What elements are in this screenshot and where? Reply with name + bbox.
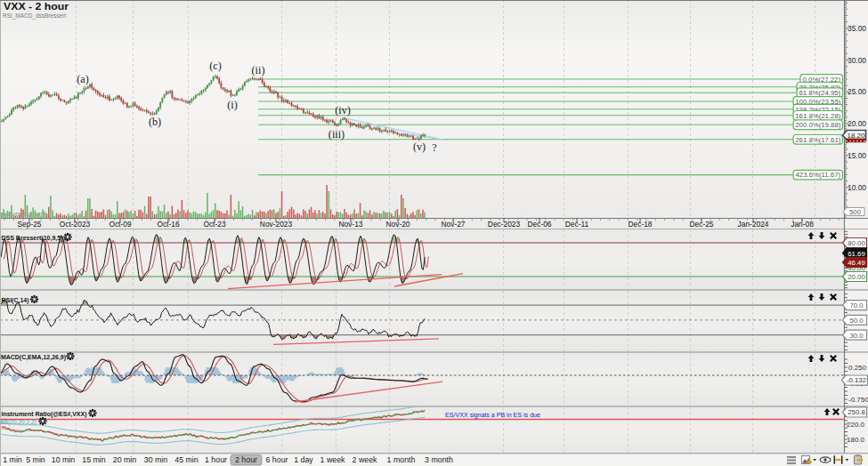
svg-text:(iii): (iii)	[329, 128, 345, 141]
svg-text:(c): (c)	[209, 60, 222, 72]
svg-text:RSI(C,14): RSI(C,14)	[2, 296, 30, 304]
svg-text:18.20: 18.20	[847, 132, 865, 140]
svg-text:RSI_MACD_dssBressert: RSI_MACD_dssBressert	[3, 12, 67, 20]
svg-text:6 hour: 6 hour	[266, 455, 288, 464]
svg-text:VXX - 2 hour: VXX - 2 hour	[4, 1, 69, 12]
svg-text:(b): (b)	[149, 116, 161, 128]
svg-text:motivewave.com: motivewave.com	[1, 210, 45, 218]
svg-text:-0.132: -0.132	[847, 376, 866, 384]
svg-text:MACD(C,EMA,12,26,9): MACD(C,EMA,12,26,9)	[1, 353, 67, 361]
svg-text:1 hour: 1 hour	[205, 455, 227, 464]
svg-text:Dec-2023: Dec-2023	[488, 220, 521, 229]
svg-text:70.0: 70.0	[849, 301, 864, 309]
svg-text:15 min: 15 min	[82, 455, 106, 464]
svg-text:-0.750: -0.750	[848, 396, 868, 404]
svg-text:DSS Bressert(10,9,5): DSS Bressert(10,9,5)	[2, 234, 64, 242]
svg-text:10.00: 10.00	[848, 183, 866, 192]
svg-text:0.250: 0.250	[848, 364, 867, 372]
svg-text:(v): (v)	[413, 141, 426, 153]
svg-text:250.8: 250.8	[848, 408, 865, 416]
svg-text:?: ?	[432, 141, 436, 154]
svg-text:Jan-2024: Jan-2024	[738, 220, 769, 229]
svg-text:220.0: 220.0	[847, 421, 865, 429]
svg-text:2 hour: 2 hour	[235, 455, 257, 464]
svg-text:30.0: 30.0	[849, 332, 864, 340]
svg-text:5 min: 5 min	[26, 455, 45, 464]
svg-text:Dec-18: Dec-18	[629, 220, 653, 229]
svg-text:ES/VXX signals a PB in ES is d: ES/VXX signals a PB in ES is due	[445, 411, 540, 419]
svg-text:(ii): (ii)	[252, 64, 265, 76]
svg-text:Dec-11: Dec-11	[565, 220, 589, 229]
svg-text:261.8%(17.61): 261.8%(17.61)	[795, 136, 841, 144]
svg-text:Jan-08: Jan-08	[791, 220, 814, 229]
svg-text:(i): (i)	[227, 99, 238, 111]
svg-text:20 min: 20 min	[113, 455, 137, 464]
svg-text:Nov-2023: Nov-2023	[260, 220, 293, 229]
svg-text:Nov-13: Nov-13	[339, 220, 363, 229]
svg-text:Dec-25: Dec-25	[690, 220, 714, 229]
svg-text:10 min: 10 min	[52, 455, 76, 464]
svg-text:Sep-25: Sep-25	[17, 220, 41, 229]
svg-text:Oct-2023: Oct-2023	[60, 220, 91, 229]
svg-text:20.00: 20.00	[848, 119, 866, 128]
svg-text:200.0%(19.88): 200.0%(19.88)	[795, 121, 841, 129]
svg-text:(a): (a)	[77, 73, 89, 85]
svg-text:423.6%(11.67): 423.6%(11.67)	[796, 171, 841, 179]
svg-text:Oct-23: Oct-23	[203, 220, 225, 229]
svg-text:(iv): (iv)	[335, 104, 351, 116]
svg-text:180.0: 180.0	[847, 436, 865, 444]
svg-text:Instrument Ratio(@ES#,VXX): Instrument Ratio(@ES#,VXX)	[2, 410, 88, 418]
svg-text:46.49: 46.49	[848, 259, 865, 267]
svg-text:Nov-20: Nov-20	[386, 220, 410, 229]
svg-text:Nov-27: Nov-27	[442, 220, 466, 229]
svg-text:30 min: 30 min	[144, 455, 168, 464]
svg-text:161.8%(21.28): 161.8%(21.28)	[795, 112, 841, 120]
svg-text:1 min: 1 min	[3, 455, 22, 464]
svg-text:1 month: 1 month	[387, 455, 416, 464]
svg-text:3 month: 3 month	[425, 455, 453, 464]
svg-text:Oct-09: Oct-09	[109, 220, 131, 229]
svg-text:25.00: 25.00	[848, 87, 866, 96]
svg-text:BB(20,20,2,2): BB(20,20,2,2)	[1, 419, 37, 426]
svg-text:80.00: 80.00	[848, 239, 865, 247]
svg-text:35.00: 35.00	[848, 24, 866, 33]
svg-text:Dec-06: Dec-06	[528, 220, 552, 229]
svg-text:2 week: 2 week	[353, 455, 377, 464]
svg-text:61.8%(24.95): 61.8%(24.95)	[799, 89, 840, 97]
svg-text:20.00: 20.00	[848, 273, 865, 281]
svg-text:50.0: 50.0	[849, 317, 864, 325]
svg-text:30.00: 30.00	[848, 56, 866, 65]
svg-text:1 day: 1 day	[294, 455, 313, 464]
svg-text:Oct-16: Oct-16	[157, 220, 179, 229]
svg-text:500: 500	[849, 208, 862, 216]
svg-text:45 min: 45 min	[174, 455, 199, 464]
svg-text:61.69: 61.69	[848, 250, 865, 258]
svg-text:1 week: 1 week	[320, 455, 345, 464]
svg-text:15.00: 15.00	[848, 151, 866, 160]
